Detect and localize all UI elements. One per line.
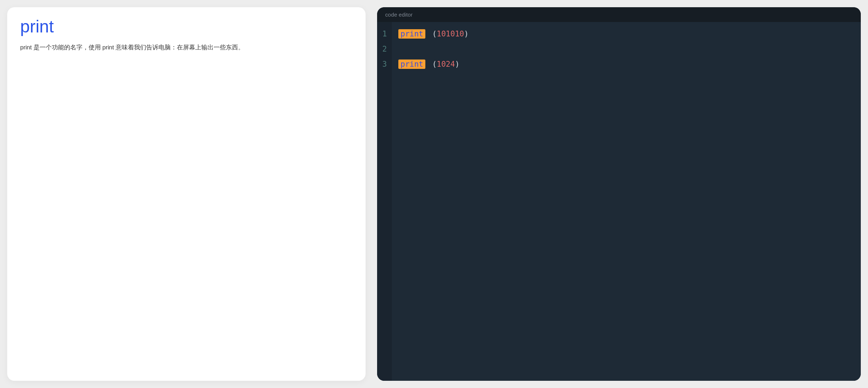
- code-line[interactable]: print (101010): [398, 26, 854, 41]
- token-paren-open: (: [430, 60, 437, 69]
- token-paren-close: ): [455, 60, 460, 69]
- editor-title: code editor: [377, 7, 861, 22]
- token-function: print: [398, 59, 425, 69]
- token-number: 101010: [437, 30, 464, 38]
- token-number: 1024: [437, 60, 455, 69]
- line-number: 1: [382, 26, 387, 41]
- code-line[interactable]: [398, 41, 854, 57]
- editor-body: 1 2 3 print (101010) print (1024): [377, 22, 861, 381]
- editor-code-area[interactable]: print (101010) print (1024): [392, 22, 861, 381]
- doc-title: print: [20, 17, 353, 36]
- line-number: 2: [382, 41, 387, 57]
- code-line[interactable]: print (1024): [398, 57, 854, 72]
- token-paren-open: (: [430, 30, 437, 38]
- line-number: 3: [382, 57, 387, 72]
- token-function: print: [398, 29, 425, 39]
- doc-description: print 是一个功能的名字，使用 print 意味着我们告诉电脑：在屏幕上输出…: [20, 41, 353, 53]
- documentation-panel: print print 是一个功能的名字，使用 print 意味着我们告诉电脑：…: [7, 7, 366, 381]
- app-layout: print print 是一个功能的名字，使用 print 意味着我们告诉电脑：…: [7, 7, 861, 381]
- token-paren-close: ): [464, 30, 469, 38]
- editor-gutter: 1 2 3: [377, 22, 392, 381]
- code-editor-panel: code editor 1 2 3 print (101010) print (…: [377, 7, 861, 381]
